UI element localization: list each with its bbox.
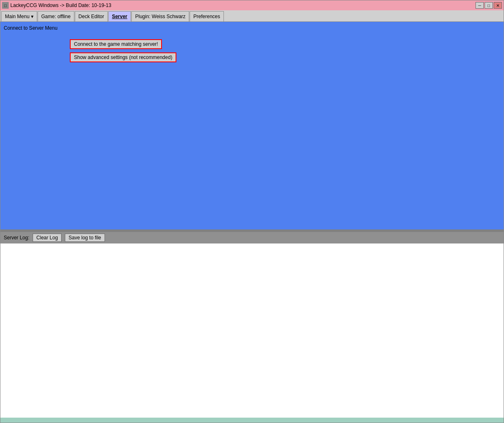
log-section: Server Log: Clear Log Save log to file <box>0 232 504 418</box>
main-content: Connect to Server Menu Connect to the ga… <box>0 22 504 418</box>
maximize-button[interactable]: □ <box>485 2 493 9</box>
tab-plugin-weiss[interactable]: Plugin: Weiss Schwarz <box>131 11 189 21</box>
server-area: Connect to Server Menu Connect to the ga… <box>0 22 504 229</box>
tab-deck-editor[interactable]: Deck Editor <box>75 11 108 21</box>
log-bar: Server Log: Clear Log Save log to file <box>0 232 504 243</box>
clear-log-button[interactable]: Clear Log <box>33 234 62 242</box>
tab-game-offline[interactable]: Game: offline <box>38 11 74 21</box>
log-label: Server Log: <box>4 235 29 241</box>
bottom-bar <box>0 418 504 423</box>
log-content <box>0 243 504 418</box>
connect-server-button[interactable]: Connect to the game matching server! <box>70 39 162 49</box>
log-textarea[interactable] <box>0 243 504 418</box>
title-bar-controls: ─ □ ✕ <box>475 2 502 9</box>
title-text: LackeyCCG Windows -> Build Date: 10-19-1… <box>10 2 111 8</box>
advanced-settings-button[interactable]: Show advanced settings (not recommended) <box>70 52 176 62</box>
app-window: □ LackeyCCG Windows -> Build Date: 10-19… <box>0 0 504 423</box>
tab-server[interactable]: Server <box>108 11 131 21</box>
title-bar: □ LackeyCCG Windows -> Build Date: 10-19… <box>0 0 504 10</box>
app-icon: □ <box>2 2 9 9</box>
minimize-button[interactable]: ─ <box>475 2 484 9</box>
connect-menu-title: Connect to Server Menu <box>4 25 500 31</box>
menu-bar: Main Menu ▾ Game: offline Deck Editor Se… <box>0 10 504 22</box>
tab-main-menu[interactable]: Main Menu ▾ <box>1 11 37 21</box>
tab-preferences[interactable]: Preferences <box>190 11 224 21</box>
buttons-area: Connect to the game matching server! Sho… <box>70 39 500 62</box>
title-bar-left: □ LackeyCCG Windows -> Build Date: 10-19… <box>2 2 111 9</box>
close-button[interactable]: ✕ <box>494 2 502 9</box>
save-log-button[interactable]: Save log to file <box>65 234 105 242</box>
